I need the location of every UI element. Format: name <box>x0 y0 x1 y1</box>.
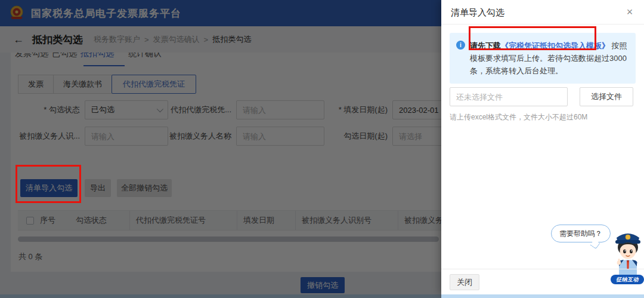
drawer-bottom-strip <box>441 294 644 298</box>
file-name-input[interactable] <box>450 87 568 106</box>
drawer-header: 清单导入勾选 × <box>441 0 644 24</box>
upload-hint: 请上传excel格式文件，文件大小不超过60M <box>450 112 587 122</box>
info-alert: i 请先下载《完税凭证抵扣勾选导入模板》 按照模板要求填写后上传。若待勾选数据超… <box>450 33 636 84</box>
drawer-title: 清单导入勾选 <box>451 7 504 19</box>
template-download-link[interactable]: 《完税凭证抵扣勾选导入模板》 <box>501 41 609 50</box>
close-icon[interactable]: × <box>623 5 637 19</box>
info-icon: i <box>456 41 465 50</box>
choose-file-button[interactable]: 选择文件 <box>580 87 633 106</box>
help-bubble[interactable]: 需要帮助吗？ <box>551 225 611 242</box>
alert-prefix: 请先下载 <box>470 41 501 50</box>
import-drawer: 清单导入勾选 × i 请先下载《完税凭证抵扣勾选导入模板》 按照模板要求填写后上… <box>441 0 644 294</box>
drawer-footer: 关闭 <box>441 269 644 294</box>
close-drawer-button[interactable]: 关闭 <box>450 274 479 290</box>
